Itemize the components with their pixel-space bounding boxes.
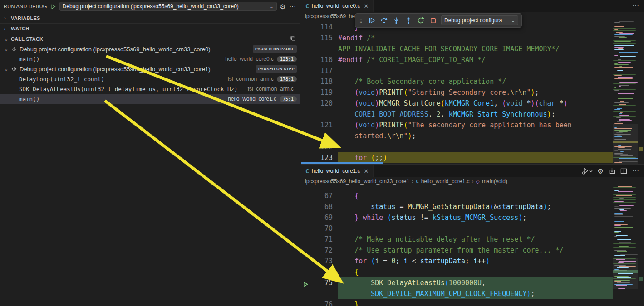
restart-button[interactable] (415, 15, 426, 26)
vscode-window: RUN AND DEBUG Debug project configuratio… (0, 0, 644, 306)
code-line[interactable]: 122 (301, 141, 613, 152)
line-number: 74 (301, 267, 333, 277)
run-or-debug-icon[interactable] (582, 168, 593, 175)
overview-ruler[interactable] (638, 186, 644, 306)
variables-section-header[interactable]: › VARIABLES (0, 13, 300, 23)
code-line[interactable]: 118 /* Boot Secondary core application *… (301, 76, 613, 87)
code-line[interactable]: 73 for (i = 0; i < startupData; i++) (301, 256, 613, 267)
code-line[interactable]: 71 /* Make a noticable delay after the r… (301, 234, 613, 245)
call-stack-list: ⌄Debug project configuration (lpcxpresso… (0, 44, 300, 104)
overview-ruler[interactable] (638, 21, 644, 164)
copy-call-stack-icon[interactable] (290, 35, 296, 43)
close-icon[interactable]: ✕ (364, 168, 369, 175)
code-line[interactable]: APP_INVALIDATE_CACHE_FOR_SECONDARY_CORE_… (301, 44, 613, 54)
gear-icon[interactable]: ⚙ (598, 168, 604, 175)
c-file-icon: C (305, 168, 309, 175)
code-line[interactable]: 74 { (301, 267, 613, 277)
code-view-core0[interactable]: 114 }115#endif /*APP_INVALIDATE_CACHE_FO… (301, 21, 613, 164)
code-line[interactable]: 121 (void)PRINTF("The secondary core app… (301, 120, 613, 131)
frame-file: hello_world_core1.c (228, 96, 276, 102)
code-line[interactable]: 69 } while (status != kStatus_MCMGR_Succ… (301, 212, 613, 223)
code-line[interactable]: 75 SDK_DelayAtLeastUs(1000000U, (301, 277, 613, 288)
frame-file: fsl_common_arm.c (248, 86, 294, 92)
code-text: } (338, 299, 359, 306)
close-icon[interactable]: ✕ (364, 3, 369, 10)
toolbar-drag-handle[interactable]: ⣿ (359, 19, 364, 22)
horizontal-scrollbar[interactable] (301, 162, 383, 164)
tabbar-bottom: C hello_world_core1.c ✕ ⚙ ⋯ (301, 165, 644, 177)
code-text: } while (status != kStatus_MCMGR_Success… (338, 212, 526, 223)
line-number: 115 (301, 33, 333, 44)
code-line[interactable]: 117 (301, 65, 613, 76)
more-actions-icon[interactable]: ⋯ (632, 2, 639, 10)
code-line[interactable]: 116#endif /* CORE1_IMAGE_COPY_TO_RAM */ (301, 54, 613, 65)
code-text: SDK_DelayAtLeastUs(1000000U, (338, 277, 486, 288)
debug-config-dropdown[interactable]: Debug project configuration (lpcxpresso5… (59, 2, 277, 11)
call-stack-section-header[interactable]: ⌄ CALL STACK (0, 34, 300, 44)
code-text: (void)PRINTF("The secondary core applica… (338, 120, 572, 131)
start-debug-icon[interactable] (50, 4, 56, 10)
breadcrumb-bottom[interactable]: lpcxpresso55s69_hello_world_cm33_core1 ›… (301, 177, 644, 186)
code-text: { (338, 267, 359, 277)
more-actions-icon[interactable]: ⋯ (289, 2, 296, 10)
tab-hello-world-core1[interactable]: C hello_world_core1.c ✕ (301, 165, 374, 177)
breadcrumb-separator: › (472, 178, 474, 185)
editor-area: C hello_world_core0.c ✕ ⋯ lpcxpresso55s6… (301, 0, 644, 306)
line-number: 67 (301, 190, 333, 201)
minimap[interactable] (613, 186, 638, 306)
code-text: /* Use startup parameter from the master… (338, 245, 564, 256)
frame-function: main() (19, 56, 39, 63)
tabbar-top: C hello_world_core0.c ✕ ⋯ (301, 0, 644, 12)
code-line[interactable]: 120 (void)MCMGR_StartCore(kMCMGR_Core1, … (301, 98, 613, 109)
code-line[interactable]: 123 for (;;) (301, 152, 613, 163)
bug-icon (11, 46, 17, 52)
debug-session-row[interactable]: ⌄Debug project configuration (lpcxpresso… (0, 64, 300, 74)
c-file-icon: C (416, 179, 419, 185)
session-label: Debug project configuration (lpcxpresso5… (20, 66, 211, 73)
gear-icon[interactable]: ⚙ (280, 3, 286, 10)
debug-session-row[interactable]: ⌄Debug project configuration (lpcxpresso… (0, 44, 300, 54)
chevron-down-icon: ⌄ (4, 46, 9, 52)
chevron-down-icon: ⌄ (4, 66, 9, 72)
line-number: 118 (301, 76, 333, 87)
line-number: 71 (301, 234, 333, 245)
code-line[interactable]: started.\r\n"); (301, 131, 613, 141)
line-number: 73 (301, 256, 333, 267)
toolbar-debug-config-dropdown[interactable]: Debug project configura ⌄ (441, 15, 518, 25)
stack-frame-row[interactable]: SDK_DelayAtLeastUs(uint32_t delayTime_us… (0, 84, 300, 94)
code-line[interactable]: 76 } (301, 299, 613, 306)
step-over-button[interactable] (379, 15, 389, 26)
import-download-icon[interactable] (609, 168, 615, 175)
continue-button[interactable] (366, 15, 377, 26)
stop-button[interactable] (428, 15, 438, 26)
frame-function: DelayLoop(uint32_t count) (19, 76, 104, 83)
code-line[interactable]: SDK_DEVICE_MAXIMUM_CPU_CLOCK_FREQUENCY); (301, 288, 613, 299)
more-actions-icon[interactable]: ⋯ (632, 167, 639, 175)
line-number: 76 (301, 299, 333, 306)
minimap[interactable] (613, 21, 638, 164)
session-status-badge: PAUSED ON PAUSE (253, 45, 297, 53)
code-line[interactable]: 115#endif /* (301, 33, 613, 44)
step-into-button[interactable] (391, 15, 402, 26)
step-out-button[interactable] (403, 15, 414, 26)
split-editor-icon[interactable] (620, 168, 627, 175)
session-status-badge: PAUSED ON STEP (256, 65, 297, 73)
code-line[interactable]: 72 /* Use startup parameter from the mas… (301, 245, 613, 256)
code-line[interactable]: 119 (void)PRINTF("Starting Secondary cor… (301, 87, 613, 98)
code-line[interactable]: CORE1_BOOT_ADDRESS, 2, kMCMGR_Start_Sync… (301, 109, 613, 120)
debug-toolbar: ⣿ Debug (355, 13, 522, 28)
stack-frame-row[interactable]: main()hello_world_core1.c75:1 (0, 94, 300, 104)
code-line[interactable]: 68 status = MCMGR_GetStartupData(&startu… (301, 201, 613, 212)
line-number: 72 (301, 245, 333, 256)
session-label: Debug project configuration (lpcxpresso5… (20, 46, 211, 53)
tab-hello-world-core0[interactable]: C hello_world_core0.c ✕ (301, 0, 374, 12)
frame-location-badge: 178:1 (277, 76, 297, 82)
stack-frame-row[interactable]: DelayLoop(uint32_t count)fsl_common_arm.… (0, 74, 300, 84)
code-view-core1[interactable]: 67 {68 status = MCMGR_GetStartupData(&st… (301, 186, 613, 306)
stack-frame-row[interactable]: main()hello_world_core0.c123:1 (0, 54, 300, 64)
run-and-debug-sidebar: RUN AND DEBUG Debug project configuratio… (0, 0, 300, 306)
frame-location-badge: 75:1 (280, 96, 297, 102)
code-line[interactable]: 67 { (301, 190, 613, 201)
code-line[interactable]: 70 (301, 223, 613, 234)
watch-section-header[interactable]: › WATCH (0, 23, 300, 34)
